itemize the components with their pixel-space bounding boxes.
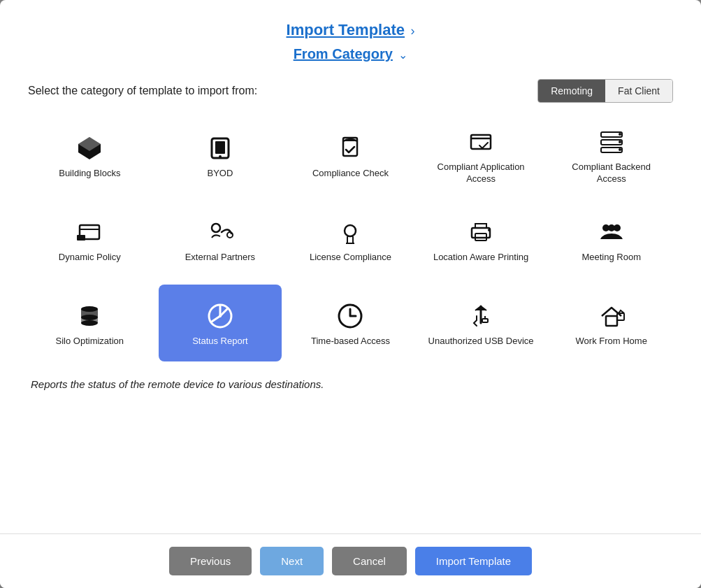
import-template-button[interactable]: Import Template <box>415 547 532 575</box>
svg-point-15 <box>212 224 220 232</box>
location-aware-printing-icon <box>467 218 495 246</box>
from-category-link[interactable]: From Category <box>294 46 393 62</box>
work-from-home-label: Work From Home <box>576 336 647 347</box>
compliant-backend-access-label: Compliant Backend Access <box>556 162 666 185</box>
grid-item-silo-optimization[interactable]: Silo Optimization <box>28 285 152 361</box>
svg-rect-18 <box>347 236 353 243</box>
grid-item-compliance-check[interactable]: Compliance Check <box>289 117 412 194</box>
external-partners-icon <box>206 218 234 246</box>
toggle-fat-client[interactable]: Fat Client <box>605 80 672 102</box>
grid-item-status-report[interactable]: Status Report <box>159 285 282 361</box>
status-report-label: Status Report <box>192 336 248 347</box>
category-label: Select the category of template to impor… <box>28 85 257 97</box>
svg-point-29 <box>81 320 98 326</box>
compliant-backend-access-icon <box>598 128 626 156</box>
svg-point-4 <box>219 155 222 158</box>
chevron-right-icon: › <box>410 24 414 38</box>
modal-content: Import Template › From Category ⌄ Select… <box>0 0 701 533</box>
svg-point-16 <box>227 232 233 238</box>
dynamic-policy-icon <box>75 218 103 246</box>
next-button[interactable]: Next <box>260 547 324 575</box>
grid-item-external-partners[interactable]: External Partners <box>159 201 282 278</box>
compliant-application-access-icon <box>467 128 495 156</box>
external-partners-label: External Partners <box>185 252 255 264</box>
svg-point-24 <box>608 224 615 231</box>
items-grid: Building Blocks BYOD Compliance Check Co… <box>28 117 673 361</box>
description-text: Reports the status of the remote device … <box>28 378 673 390</box>
previous-button[interactable]: Previous <box>169 547 252 575</box>
chevron-down-icon: ⌄ <box>398 49 407 61</box>
grid-item-compliant-application-access[interactable]: Compliant Application Access <box>419 117 543 194</box>
building-blocks-label: Building Blocks <box>59 168 120 180</box>
modal-dialog: Import Template › From Category ⌄ Select… <box>0 0 701 588</box>
byod-label: BYOD <box>207 168 233 180</box>
grid-item-location-aware-printing[interactable]: Location Aware Printing <box>419 201 543 278</box>
grid-item-time-based-access[interactable]: Time-based Access <box>289 285 412 361</box>
license-compliance-label: License Compliance <box>310 252 391 264</box>
svg-rect-3 <box>215 141 225 154</box>
svg-point-11 <box>619 141 621 143</box>
svg-point-12 <box>619 148 621 151</box>
grid-item-byod[interactable]: BYOD <box>159 117 282 194</box>
time-based-access-icon <box>336 302 364 330</box>
grid-item-compliant-backend-access[interactable]: Compliant Backend Access <box>549 117 673 194</box>
byod-icon <box>206 134 234 162</box>
time-based-access-label: Time-based Access <box>311 336 390 347</box>
header-title-section: Import Template › <box>28 21 673 39</box>
grid-item-unauthorized-usb[interactable]: Unauthorized USB Device <box>419 285 543 361</box>
footer: Previous Next Cancel Import Template <box>0 533 701 588</box>
silo-optimization-label: Silo Optimization <box>56 336 124 347</box>
svg-point-31 <box>219 315 222 317</box>
import-template-link[interactable]: Import Template <box>287 21 405 38</box>
dynamic-policy-label: Dynamic Policy <box>59 252 121 264</box>
grid-item-work-from-home[interactable]: Work From Home <box>549 285 673 361</box>
compliant-application-access-label: Compliant Application Access <box>426 162 536 185</box>
svg-point-17 <box>345 225 356 236</box>
category-row: Select the category of template to impor… <box>28 79 673 103</box>
unauthorized-usb-icon <box>467 302 495 330</box>
work-from-home-icon <box>598 302 626 330</box>
grid-item-license-compliance[interactable]: License Compliance <box>289 201 412 278</box>
grid-item-building-blocks[interactable]: Building Blocks <box>28 117 152 194</box>
unauthorized-usb-label: Unauthorized USB Device <box>428 336 534 347</box>
svg-point-21 <box>488 229 491 231</box>
location-aware-printing-label: Location Aware Printing <box>433 252 528 264</box>
license-compliance-icon <box>336 218 364 246</box>
sub-header-section: From Category ⌄ <box>28 46 673 62</box>
silo-optimization-icon <box>75 302 103 330</box>
svg-rect-14 <box>77 235 85 241</box>
toggle-remoting[interactable]: Remoting <box>538 80 605 102</box>
svg-rect-33 <box>482 319 488 322</box>
svg-point-10 <box>619 133 621 136</box>
grid-item-dynamic-policy[interactable]: Dynamic Policy <box>28 201 152 278</box>
compliance-check-label: Compliance Check <box>312 168 389 180</box>
toggle-group: Remoting Fat Client <box>537 79 673 103</box>
cancel-button[interactable]: Cancel <box>332 547 407 575</box>
building-blocks-icon <box>75 134 103 162</box>
meeting-room-label: Meeting Room <box>581 252 641 264</box>
svg-rect-34 <box>606 316 617 326</box>
compliance-check-icon <box>336 134 364 162</box>
grid-item-meeting-room[interactable]: Meeting Room <box>549 201 673 278</box>
meeting-room-icon <box>598 218 626 246</box>
status-report-icon <box>206 302 234 330</box>
